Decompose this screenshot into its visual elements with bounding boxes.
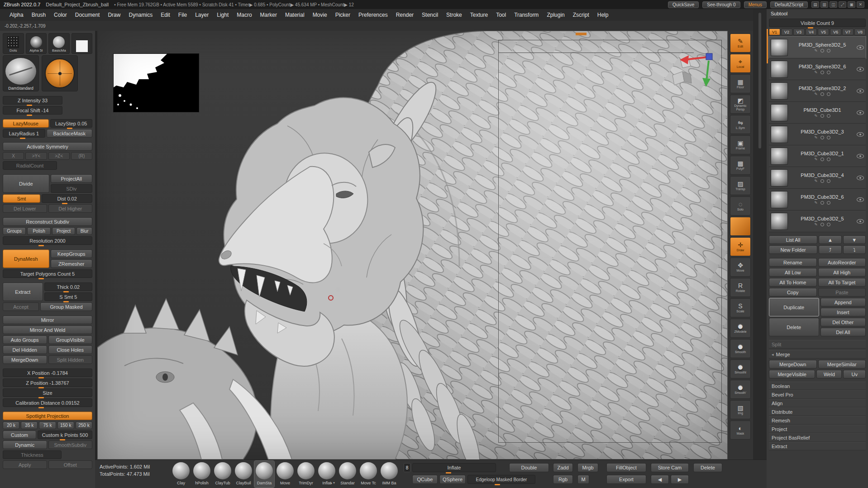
menu-item[interactable]: Edit: [157, 10, 174, 19]
subtool-thumbnail[interactable]: [771, 169, 788, 187]
groups-button[interactable]: Groups: [3, 227, 26, 235]
merge-visible-button[interactable]: MergeVisible: [769, 370, 815, 378]
dynamic-button[interactable]: Dynamic: [3, 440, 47, 449]
uv-toggle-icon[interactable]: [827, 92, 830, 96]
titlebar-icon[interactable]: ▣: [848, 1, 855, 8]
polypaint-brush-icon[interactable]: ✎: [814, 92, 818, 96]
visibility-tab[interactable]: V5: [818, 29, 829, 35]
qcube-button[interactable]: QCube: [412, 475, 438, 484]
subtool-row[interactable]: PM3D_Cube3D1 ✎: [769, 102, 866, 124]
z-position-slider[interactable]: Z Position -1.38767: [3, 378, 92, 387]
k-points-button[interactable]: 75 k: [39, 421, 56, 429]
canvas-scrollbar[interactable]: [758, 13, 761, 148]
subtool-thumbnail[interactable]: [771, 126, 788, 143]
menu-item[interactable]: Stencil: [418, 10, 442, 19]
subtool-section-header[interactable]: Boolean: [769, 382, 866, 390]
groupvisible-button[interactable]: GroupVisible: [48, 335, 93, 344]
visibility-eye-icon[interactable]: [857, 67, 864, 72]
subtool-thumbnail[interactable]: [771, 148, 788, 165]
target-polygons-slider[interactable]: Target Polygons Count 5: [3, 269, 92, 278]
camera-navigation-gizmo[interactable]: [664, 48, 715, 99]
activate-symmetry-button[interactable]: Activate Symmetry: [3, 142, 92, 151]
subtool-scroll-indicator[interactable]: [767, 29, 768, 63]
subtool-header[interactable]: Subtool: [769, 10, 866, 17]
subtool-down-button[interactable]: ▼: [843, 235, 866, 244]
shelf-button[interactable]: ● Smooth': [730, 380, 751, 399]
shelf-button[interactable]: ▨ Transp: [730, 176, 751, 195]
polypaint-toggle-icon[interactable]: [820, 49, 824, 53]
del-other-button[interactable]: Del Other: [820, 318, 866, 326]
size-slider[interactable]: Size: [3, 388, 92, 397]
merge-down-button[interactable]: MergeDown: [769, 360, 817, 368]
del-higher-button[interactable]: Del Higher: [48, 204, 93, 213]
visibility-tab[interactable]: V6: [830, 29, 841, 35]
thickness-slider[interactable]: Thickness: [3, 450, 62, 459]
titlebar-icon[interactable]: ▥: [820, 1, 828, 8]
menu-item[interactable]: Marker: [256, 10, 281, 19]
titlebar-icon[interactable]: ◫: [830, 1, 837, 8]
mirror-button[interactable]: Mirror: [3, 316, 92, 324]
subtool-section-header[interactable]: Remesh: [769, 416, 866, 425]
insert-button[interactable]: Insert: [820, 308, 866, 316]
dock-brush[interactable]: Move Tc: [358, 461, 378, 488]
shelf-button[interactable]: ▦ Floor: [730, 74, 751, 93]
polypaint-toggle-icon[interactable]: [820, 158, 824, 161]
del-all-button[interactable]: Del All: [820, 328, 866, 336]
subtool-row[interactable]: PM3D_Cube3D2_1 ✎: [769, 145, 866, 167]
s-smt-slider[interactable]: S Smt 5: [44, 292, 92, 301]
menu-item[interactable]: Stroke: [442, 10, 466, 19]
fillobject-button[interactable]: FillObject: [606, 463, 646, 472]
smoothsubdiv-button[interactable]: SmoothSubdiv: [48, 440, 93, 449]
uv-toggle-icon[interactable]: [827, 114, 830, 118]
uv-toggle-icon[interactable]: [827, 179, 830, 183]
menu-item[interactable]: Texture: [466, 10, 492, 19]
visibility-tab[interactable]: V4: [806, 29, 817, 35]
polypaint-toggle-icon[interactable]: [820, 92, 824, 96]
menu-item[interactable]: Zscript: [569, 10, 593, 19]
keepgroups-button[interactable]: KeepGroups: [51, 249, 93, 258]
visibility-tab[interactable]: V2: [781, 29, 792, 35]
polypaint-brush-icon[interactable]: ✎: [814, 201, 818, 205]
dock-brush[interactable]: Move: [275, 461, 295, 488]
visibility-eye-icon[interactable]: [857, 132, 864, 137]
k-points-button[interactable]: 150 k: [57, 421, 74, 429]
subtool-section-header[interactable]: Extract: [769, 442, 866, 450]
split-hidden-button[interactable]: Split Hidden: [48, 355, 93, 364]
visibility-eye-icon[interactable]: [857, 154, 864, 158]
m-button[interactable]: M: [577, 475, 589, 484]
next-cam-button[interactable]: ▶: [671, 475, 689, 484]
k-points-button[interactable]: 20 k: [3, 421, 19, 429]
subtool-section-header[interactable]: Project: [769, 425, 866, 433]
subtool-thumbnail[interactable]: [771, 61, 788, 78]
all-low-button[interactable]: All Low: [769, 268, 817, 277]
thick-slider[interactable]: Thick 0.02: [44, 282, 92, 291]
group-masked-button[interactable]: Group Masked: [40, 302, 92, 311]
menu-item[interactable]: File: [174, 10, 191, 19]
move-into-folder-button[interactable]: ⤵: [843, 245, 866, 254]
mirror-and-weld-button[interactable]: Mirror And Weld: [3, 325, 92, 334]
menu-item[interactable]: Material: [281, 10, 309, 19]
subtool-row[interactable]: PM3D_Cube3D2_3 ✎: [769, 124, 866, 145]
shelf-button[interactable]: ✎ Edit: [730, 33, 751, 53]
seethrough-slider[interactable]: See-through 0: [702, 1, 740, 8]
alpha-picker[interactable]: Alpha 5l: [26, 33, 47, 54]
zadd-button[interactable]: Zadd: [553, 463, 573, 472]
gradient-picker[interactable]: [42, 55, 78, 91]
color-picker[interactable]: [72, 33, 93, 54]
titlebar-icon[interactable]: ▤: [811, 1, 819, 8]
smt-button[interactable]: Smt: [3, 194, 40, 203]
rename-button[interactable]: Rename: [769, 258, 817, 267]
polypaint-brush-icon[interactable]: ✎: [814, 70, 818, 75]
dock-brush[interactable]: DamSta: [254, 461, 274, 488]
inflate-slider[interactable]: Inflate: [412, 463, 496, 472]
auto-groups-button[interactable]: Auto Groups: [3, 335, 47, 344]
uv-toggle-icon[interactable]: [827, 49, 830, 53]
move-out-folder-button[interactable]: ⤴: [819, 245, 841, 254]
close-holes-button[interactable]: Close Holes: [48, 345, 93, 354]
menu-item[interactable]: Movie: [309, 10, 331, 19]
dock-brush[interactable]: hPolish: [192, 461, 212, 488]
polypaint-toggle-icon[interactable]: [820, 114, 824, 118]
default-zscript-button[interactable]: DefaultZScript: [770, 1, 808, 8]
accept-button[interactable]: Accept: [3, 302, 39, 311]
list-all-button[interactable]: List All: [769, 235, 817, 244]
